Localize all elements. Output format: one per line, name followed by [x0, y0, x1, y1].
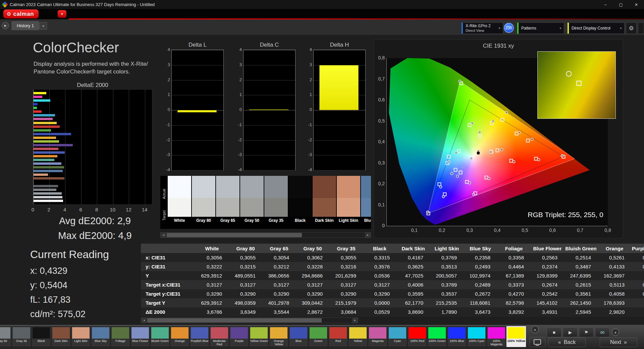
display-button[interactable]: [529, 337, 545, 347]
deltae-bar: [34, 181, 34, 184]
patch-button[interactable]: Yellow: [348, 326, 368, 347]
patch-button[interactable]: Dark Skin: [51, 326, 71, 347]
patch-button[interactable]: Green: [309, 326, 328, 347]
deltae-bar: [34, 92, 46, 94]
patch-button[interactable]: Gray 50: [0, 326, 11, 347]
scroll-left-button[interactable]: ◄: [161, 233, 166, 238]
x-axis-tick-label: 0,3: [466, 228, 473, 233]
gridline: [244, 50, 295, 50]
patch-button[interactable]: 100% Yellow: [506, 326, 526, 347]
patch-color: [448, 327, 466, 339]
patch-button[interactable]: Red: [328, 326, 348, 347]
main-menu-dropdown-button[interactable]: ▼: [58, 10, 66, 18]
reading-y: y: 0,5404: [30, 280, 67, 291]
expand-up-button[interactable]: ▲: [612, 329, 619, 336]
deltae-bar: [34, 126, 60, 128]
patch-button[interactable]: 100% Blue: [447, 326, 467, 347]
patch-button[interactable]: 100% Red: [408, 326, 427, 347]
gridline: [314, 50, 365, 50]
continuous-measure-button[interactable]: ∞: [595, 327, 610, 337]
scroll-right-button[interactable]: ►: [365, 233, 371, 238]
table-cell: 0,3222: [195, 262, 229, 271]
layout-nav-button[interactable]: ▶: [2, 22, 9, 29]
table-cell: 0,3127: [329, 280, 363, 289]
maximize-button[interactable]: ▢: [613, 0, 629, 9]
patch-button[interactable]: Purple: [229, 326, 249, 347]
back-button[interactable]: « Back: [548, 337, 586, 347]
table-cell: 294,8686: [296, 271, 329, 280]
x-axis-tick-label: 14: [142, 207, 148, 212]
patterns-dropdown[interactable]: Patterns ▼: [517, 22, 564, 34]
y-axis-tick-label: 0,6: [375, 97, 385, 102]
patch-button[interactable]: Light Skin: [71, 326, 91, 347]
scrollbar-thumb[interactable]: [147, 318, 322, 322]
flag-button[interactable]: ⚑: [579, 327, 594, 337]
x-axis-tick-label: 0,6: [549, 228, 556, 233]
table-cell: 0,3595: [396, 289, 430, 298]
settings-button[interactable]: ⚙: [626, 22, 637, 34]
gridline: [244, 110, 295, 110]
stop-button[interactable]: ■: [547, 327, 561, 337]
tab-history-1[interactable]: History 1: [11, 21, 39, 30]
patch-label: Red: [329, 339, 347, 343]
scrollbar-track[interactable]: [166, 233, 365, 238]
play-button[interactable]: ▶: [563, 327, 578, 337]
y-axis-tick-label: 0,7: [375, 76, 385, 82]
patch-button[interactable]: Gray 35: [12, 326, 31, 347]
close-button[interactable]: ✕: [629, 0, 644, 9]
patch-button[interactable]: Purplish Blue: [190, 326, 209, 347]
minimize-button[interactable]: –: [598, 0, 613, 9]
patch-button[interactable]: Blue Flower: [130, 326, 150, 347]
patch-button[interactable]: 100% Cyan: [467, 326, 486, 347]
table-row: Target x:CIE310,31270,31270,31270,31270,…: [141, 280, 644, 289]
deltae-bars-group: [34, 92, 145, 202]
patch-button[interactable]: Orange Yellow: [269, 326, 288, 347]
table-scrollbar[interactable]: ◄ ►: [141, 317, 358, 323]
meter-status-badge: 235: [504, 23, 514, 33]
scrollbar-thumb[interactable]: [167, 233, 302, 237]
cie-measured-marker: [470, 157, 473, 160]
y-axis-tick-label: 0: [310, 107, 312, 112]
meter-dropdown[interactable]: X-Rite i1Pro 2 Direct View ▼: [462, 22, 503, 34]
table-row: Target y:CIE310,32900,32900,32900,32900,…: [141, 289, 644, 298]
patch-button[interactable]: Orange: [170, 326, 190, 347]
calman-logo-button[interactable]: ⚙ calman: [3, 9, 39, 18]
patch-button[interactable]: Blue: [289, 326, 308, 347]
table-row-label: ΔE 2000: [141, 307, 195, 316]
patch-button[interactable]: 100% Green: [427, 326, 447, 347]
y-axis-tick-label: 0: [239, 107, 242, 112]
collapsed-side-panel[interactable]: [638, 22, 644, 34]
x-axis-tick-label: 0,5: [522, 228, 528, 233]
gridline: [172, 140, 223, 141]
scrollbar-track[interactable]: [147, 318, 352, 323]
patch-button[interactable]: 100% Magenta: [487, 326, 506, 347]
y-axis-tick-label: 0,8: [375, 55, 385, 60]
table-cell: 0,4464: [497, 262, 531, 271]
scroll-right-button[interactable]: ►: [352, 318, 358, 323]
table-cell: 0,3056: [195, 253, 229, 262]
patch-button[interactable]: Magenta: [368, 326, 387, 347]
next-button[interactable]: Next »: [600, 337, 637, 347]
add-tab-button[interactable]: +: [40, 22, 47, 30]
table-cell: 0,2489: [464, 280, 497, 289]
scroll-left-button[interactable]: ◄: [141, 318, 147, 323]
patch-button[interactable]: Cyan: [388, 326, 407, 347]
table-row-label: Target y:CIE31: [141, 289, 195, 298]
display-control-dropdown[interactable]: Direct Display Control ▼: [568, 22, 625, 34]
patch-button[interactable]: Yellow Green: [249, 326, 269, 347]
swatch-scrollbar[interactable]: ◄ ►: [160, 232, 371, 238]
patch-button[interactable]: Blue Sky: [91, 326, 110, 347]
table-cell: 0,3625: [396, 262, 430, 271]
swatch-target: [192, 198, 215, 217]
patch-button[interactable]: Black: [32, 326, 51, 347]
patch-button[interactable]: Foliage: [111, 326, 130, 347]
patch-button[interactable]: Moderate Red: [210, 326, 229, 347]
patch-button[interactable]: Bluish Green: [150, 326, 170, 347]
table-cell: 0,3216: [329, 262, 363, 271]
cie-inset-measured-marker: [566, 71, 572, 77]
deltae-bar: [34, 137, 56, 139]
patch-label: Dark Skin: [52, 339, 70, 343]
swatch-label: Gray 65: [216, 217, 239, 225]
collapse-up-button[interactable]: ▲: [531, 326, 539, 333]
description-line-2: Pantone ColorChecker® target colors.: [34, 68, 148, 76]
